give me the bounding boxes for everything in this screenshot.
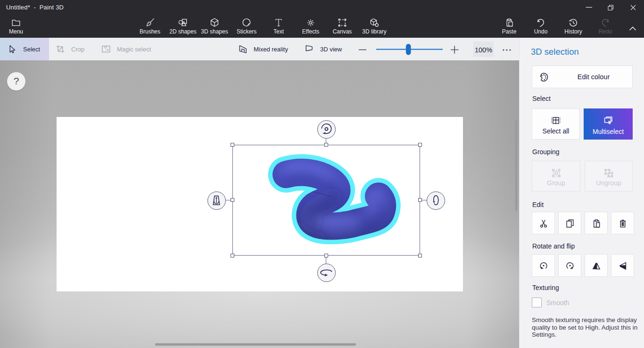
- svg-text:100%: 100%: [475, 46, 492, 54]
